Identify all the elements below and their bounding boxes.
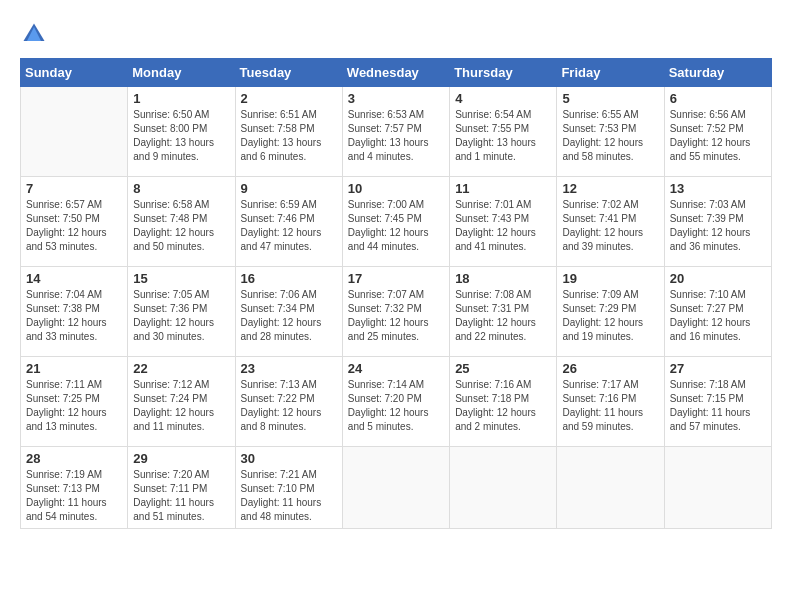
calendar-cell: 7Sunrise: 6:57 AM Sunset: 7:50 PM Daylig… [21,177,128,267]
day-number: 20 [670,271,766,286]
day-number: 27 [670,361,766,376]
calendar-cell: 23Sunrise: 7:13 AM Sunset: 7:22 PM Dayli… [235,357,342,447]
day-number: 22 [133,361,229,376]
day-number: 15 [133,271,229,286]
day-info: Sunrise: 7:14 AM Sunset: 7:20 PM Dayligh… [348,378,444,434]
day-info: Sunrise: 7:11 AM Sunset: 7:25 PM Dayligh… [26,378,122,434]
day-info: Sunrise: 7:19 AM Sunset: 7:13 PM Dayligh… [26,468,122,524]
calendar-cell [450,447,557,529]
day-number: 14 [26,271,122,286]
calendar-cell [664,447,771,529]
calendar-cell: 1Sunrise: 6:50 AM Sunset: 8:00 PM Daylig… [128,87,235,177]
calendar-cell: 9Sunrise: 6:59 AM Sunset: 7:46 PM Daylig… [235,177,342,267]
weekday-header-thursday: Thursday [450,59,557,87]
page-header [20,20,772,48]
calendar-cell: 3Sunrise: 6:53 AM Sunset: 7:57 PM Daylig… [342,87,449,177]
calendar-cell: 6Sunrise: 6:56 AM Sunset: 7:52 PM Daylig… [664,87,771,177]
calendar-cell: 15Sunrise: 7:05 AM Sunset: 7:36 PM Dayli… [128,267,235,357]
day-number: 28 [26,451,122,466]
calendar-cell: 28Sunrise: 7:19 AM Sunset: 7:13 PM Dayli… [21,447,128,529]
calendar-cell: 14Sunrise: 7:04 AM Sunset: 7:38 PM Dayli… [21,267,128,357]
day-info: Sunrise: 7:05 AM Sunset: 7:36 PM Dayligh… [133,288,229,344]
day-number: 10 [348,181,444,196]
calendar-week-row: 28Sunrise: 7:19 AM Sunset: 7:13 PM Dayli… [21,447,772,529]
calendar-cell: 4Sunrise: 6:54 AM Sunset: 7:55 PM Daylig… [450,87,557,177]
day-info: Sunrise: 6:53 AM Sunset: 7:57 PM Dayligh… [348,108,444,164]
weekday-header-monday: Monday [128,59,235,87]
day-number: 29 [133,451,229,466]
day-info: Sunrise: 6:59 AM Sunset: 7:46 PM Dayligh… [241,198,337,254]
calendar-cell: 8Sunrise: 6:58 AM Sunset: 7:48 PM Daylig… [128,177,235,267]
calendar-cell: 30Sunrise: 7:21 AM Sunset: 7:10 PM Dayli… [235,447,342,529]
calendar-week-row: 1Sunrise: 6:50 AM Sunset: 8:00 PM Daylig… [21,87,772,177]
calendar-cell: 25Sunrise: 7:16 AM Sunset: 7:18 PM Dayli… [450,357,557,447]
day-info: Sunrise: 6:58 AM Sunset: 7:48 PM Dayligh… [133,198,229,254]
weekday-header-wednesday: Wednesday [342,59,449,87]
day-info: Sunrise: 6:55 AM Sunset: 7:53 PM Dayligh… [562,108,658,164]
day-number: 23 [241,361,337,376]
calendar-cell: 21Sunrise: 7:11 AM Sunset: 7:25 PM Dayli… [21,357,128,447]
day-number: 9 [241,181,337,196]
day-number: 21 [26,361,122,376]
day-number: 17 [348,271,444,286]
day-info: Sunrise: 7:02 AM Sunset: 7:41 PM Dayligh… [562,198,658,254]
day-info: Sunrise: 7:21 AM Sunset: 7:10 PM Dayligh… [241,468,337,524]
day-info: Sunrise: 6:50 AM Sunset: 8:00 PM Dayligh… [133,108,229,164]
day-info: Sunrise: 7:00 AM Sunset: 7:45 PM Dayligh… [348,198,444,254]
day-number: 25 [455,361,551,376]
day-number: 5 [562,91,658,106]
calendar-cell: 12Sunrise: 7:02 AM Sunset: 7:41 PM Dayli… [557,177,664,267]
day-info: Sunrise: 7:10 AM Sunset: 7:27 PM Dayligh… [670,288,766,344]
day-info: Sunrise: 7:17 AM Sunset: 7:16 PM Dayligh… [562,378,658,434]
day-info: Sunrise: 7:06 AM Sunset: 7:34 PM Dayligh… [241,288,337,344]
day-number: 26 [562,361,658,376]
calendar-week-row: 14Sunrise: 7:04 AM Sunset: 7:38 PM Dayli… [21,267,772,357]
logo [20,20,52,48]
calendar-cell: 2Sunrise: 6:51 AM Sunset: 7:58 PM Daylig… [235,87,342,177]
day-info: Sunrise: 7:03 AM Sunset: 7:39 PM Dayligh… [670,198,766,254]
calendar-cell: 27Sunrise: 7:18 AM Sunset: 7:15 PM Dayli… [664,357,771,447]
day-info: Sunrise: 6:51 AM Sunset: 7:58 PM Dayligh… [241,108,337,164]
calendar-week-row: 7Sunrise: 6:57 AM Sunset: 7:50 PM Daylig… [21,177,772,267]
day-number: 19 [562,271,658,286]
calendar-cell: 24Sunrise: 7:14 AM Sunset: 7:20 PM Dayli… [342,357,449,447]
calendar-cell: 10Sunrise: 7:00 AM Sunset: 7:45 PM Dayli… [342,177,449,267]
day-number: 8 [133,181,229,196]
day-info: Sunrise: 7:18 AM Sunset: 7:15 PM Dayligh… [670,378,766,434]
calendar-week-row: 21Sunrise: 7:11 AM Sunset: 7:25 PM Dayli… [21,357,772,447]
calendar-cell: 18Sunrise: 7:08 AM Sunset: 7:31 PM Dayli… [450,267,557,357]
day-info: Sunrise: 7:04 AM Sunset: 7:38 PM Dayligh… [26,288,122,344]
calendar-cell: 16Sunrise: 7:06 AM Sunset: 7:34 PM Dayli… [235,267,342,357]
calendar-header-row: SundayMondayTuesdayWednesdayThursdayFrid… [21,59,772,87]
day-info: Sunrise: 7:13 AM Sunset: 7:22 PM Dayligh… [241,378,337,434]
day-number: 30 [241,451,337,466]
calendar-cell [342,447,449,529]
day-info: Sunrise: 7:07 AM Sunset: 7:32 PM Dayligh… [348,288,444,344]
day-number: 16 [241,271,337,286]
weekday-header-friday: Friday [557,59,664,87]
day-number: 6 [670,91,766,106]
day-number: 12 [562,181,658,196]
calendar-cell: 22Sunrise: 7:12 AM Sunset: 7:24 PM Dayli… [128,357,235,447]
day-info: Sunrise: 7:01 AM Sunset: 7:43 PM Dayligh… [455,198,551,254]
weekday-header-saturday: Saturday [664,59,771,87]
day-info: Sunrise: 6:56 AM Sunset: 7:52 PM Dayligh… [670,108,766,164]
day-number: 13 [670,181,766,196]
calendar-cell: 13Sunrise: 7:03 AM Sunset: 7:39 PM Dayli… [664,177,771,267]
calendar-cell: 20Sunrise: 7:10 AM Sunset: 7:27 PM Dayli… [664,267,771,357]
day-number: 2 [241,91,337,106]
logo-icon [20,20,48,48]
calendar-cell: 17Sunrise: 7:07 AM Sunset: 7:32 PM Dayli… [342,267,449,357]
day-info: Sunrise: 7:09 AM Sunset: 7:29 PM Dayligh… [562,288,658,344]
calendar-cell [21,87,128,177]
calendar-table: SundayMondayTuesdayWednesdayThursdayFrid… [20,58,772,529]
calendar-cell: 5Sunrise: 6:55 AM Sunset: 7:53 PM Daylig… [557,87,664,177]
day-info: Sunrise: 7:20 AM Sunset: 7:11 PM Dayligh… [133,468,229,524]
day-number: 18 [455,271,551,286]
day-number: 1 [133,91,229,106]
day-info: Sunrise: 7:12 AM Sunset: 7:24 PM Dayligh… [133,378,229,434]
day-info: Sunrise: 6:54 AM Sunset: 7:55 PM Dayligh… [455,108,551,164]
day-info: Sunrise: 7:08 AM Sunset: 7:31 PM Dayligh… [455,288,551,344]
calendar-cell [557,447,664,529]
calendar-cell: 29Sunrise: 7:20 AM Sunset: 7:11 PM Dayli… [128,447,235,529]
